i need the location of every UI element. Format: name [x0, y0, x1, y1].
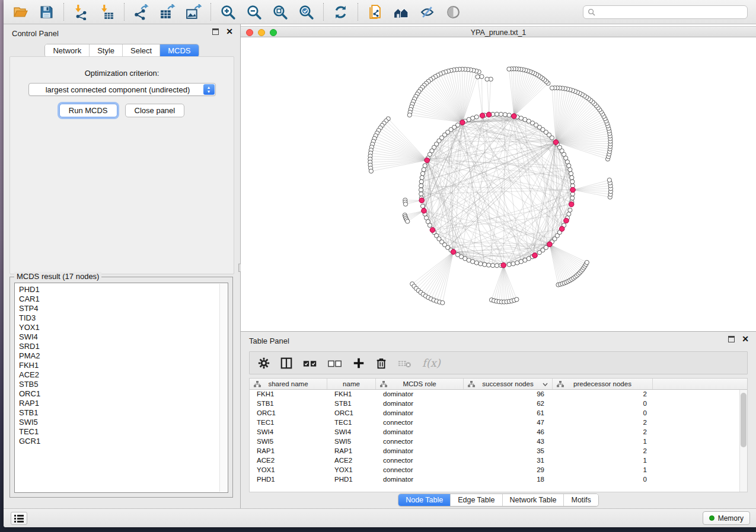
- column-header-name[interactable]: name: [327, 379, 376, 389]
- table-row[interactable]: SWI4SWI4dominator462: [250, 428, 739, 437]
- network-leaf-node[interactable]: [485, 77, 489, 81]
- mcds-node-item[interactable]: ORC1: [19, 389, 228, 399]
- tab-network-table[interactable]: Network Table: [502, 494, 564, 506]
- tab-motifs[interactable]: Motifs: [563, 494, 598, 506]
- close-panel-button[interactable]: Close panel: [125, 104, 185, 117]
- show-columns-icon[interactable]: [280, 356, 293, 370]
- network-node[interactable]: [479, 262, 483, 266]
- table-row[interactable]: YOX1YOX1connector291: [250, 466, 739, 475]
- table-row[interactable]: TEC1TEC1connector472: [250, 418, 739, 428]
- mcds-node-item[interactable]: CAR1: [19, 294, 228, 304]
- memory-button[interactable]: Memory: [703, 511, 750, 525]
- tab-select[interactable]: Select: [122, 44, 160, 57]
- mcds-node-item[interactable]: STP4: [19, 304, 228, 313]
- table-settings-gear-icon[interactable]: [257, 356, 270, 370]
- table-row[interactable]: FKH1FKH1dominator962: [250, 390, 739, 399]
- network-node[interactable]: [419, 192, 423, 196]
- zoom-out-icon[interactable]: [246, 4, 262, 20]
- zoom-fit-icon[interactable]: [272, 4, 288, 20]
- mcds-node-item[interactable]: YOX1: [19, 323, 228, 332]
- network-hub-node-selected[interactable]: [570, 187, 576, 193]
- mcds-node-item[interactable]: GCR1: [19, 437, 228, 446]
- mcds-list-scrollbar[interactable]: [219, 284, 227, 492]
- mcds-node-item[interactable]: FKH1: [19, 361, 228, 370]
- tab-mcds[interactable]: MCDS: [160, 44, 198, 57]
- hide-details-icon[interactable]: [419, 4, 435, 20]
- network-hub-node-selected[interactable]: [532, 253, 538, 258]
- network-node[interactable]: [567, 212, 571, 216]
- network-hub-node-selected[interactable]: [486, 112, 492, 117]
- network-node[interactable]: [422, 168, 426, 172]
- network-node[interactable]: [423, 164, 427, 168]
- network-node[interactable]: [503, 113, 507, 117]
- network-hub-node-selected[interactable]: [564, 218, 569, 223]
- task-history-button[interactable]: [11, 512, 27, 525]
- search-input[interactable]: [598, 7, 743, 17]
- network-leaf-node[interactable]: [515, 297, 519, 302]
- network-hub-node-selected[interactable]: [501, 262, 506, 268]
- network-node[interactable]: [495, 112, 499, 116]
- network-leaf-node[interactable]: [607, 178, 611, 182]
- clear-table-icon[interactable]: [397, 356, 413, 370]
- network-node[interactable]: [507, 113, 511, 117]
- network-node[interactable]: [419, 184, 423, 188]
- network-node[interactable]: [474, 115, 479, 119]
- column-header-mcds-role[interactable]: MCDS role: [376, 379, 464, 389]
- network-hub-node-selected[interactable]: [422, 208, 427, 213]
- network-node[interactable]: [420, 175, 424, 180]
- network-leaf-node[interactable]: [480, 75, 484, 79]
- mcds-node-item[interactable]: SWI4: [19, 332, 228, 342]
- column-header-shared-name[interactable]: shared name: [250, 379, 327, 389]
- mcds-node-item[interactable]: RAP1: [19, 399, 228, 408]
- table-row[interactable]: ACE2ACE2connector311: [250, 456, 739, 466]
- mcds-node-item[interactable]: ACE2: [19, 370, 228, 380]
- zoom-in-icon[interactable]: [220, 4, 236, 20]
- network-node[interactable]: [568, 208, 572, 212]
- tab-style[interactable]: Style: [89, 44, 122, 57]
- network-hub-node-selected[interactable]: [480, 113, 485, 118]
- network-node[interactable]: [419, 180, 423, 184]
- network-from-file-icon[interactable]: [367, 4, 383, 20]
- unselect-all-icon[interactable]: [327, 356, 343, 370]
- mcds-node-item[interactable]: TEC1: [19, 427, 228, 437]
- network-leaf-node[interactable]: [476, 75, 480, 79]
- network-node[interactable]: [511, 262, 515, 266]
- tab-network[interactable]: Network: [45, 44, 89, 57]
- tab-node-table[interactable]: Node Table: [398, 494, 450, 506]
- network-leaf-node[interactable]: [369, 169, 373, 173]
- network-node[interactable]: [570, 180, 575, 184]
- table-scrollbar-thumb[interactable]: [741, 393, 747, 447]
- network-node[interactable]: [483, 262, 487, 267]
- mcds-node-item[interactable]: TID3: [19, 313, 228, 323]
- column-header-successor-nodes[interactable]: successor nodes: [464, 379, 553, 389]
- network-leaf-node[interactable]: [585, 260, 589, 264]
- table-scrollbar[interactable]: [739, 390, 747, 492]
- network-hub-node-selected[interactable]: [419, 198, 425, 203]
- network-hub-node-selected[interactable]: [460, 120, 465, 125]
- search-box[interactable]: [583, 5, 748, 19]
- table-row[interactable]: RAP1RAP1dominator352: [250, 447, 739, 456]
- network-node[interactable]: [519, 116, 523, 120]
- network-node[interactable]: [471, 259, 475, 264]
- run-mcds-button[interactable]: Run MCDS: [59, 104, 117, 117]
- network-leaf-node[interactable]: [550, 86, 554, 90]
- network-leaf-node[interactable]: [406, 219, 410, 223]
- network-view[interactable]: [241, 37, 756, 332]
- network-node[interactable]: [419, 188, 423, 192]
- network-canvas[interactable]: [241, 37, 756, 331]
- network-node[interactable]: [490, 263, 495, 267]
- zoom-selected-icon[interactable]: [298, 4, 314, 20]
- network-node[interactable]: [515, 261, 519, 265]
- table-row[interactable]: PHD1PHD1dominator180: [250, 475, 739, 485]
- network-hub-node-selected[interactable]: [553, 140, 559, 145]
- network-node[interactable]: [420, 204, 425, 208]
- network-leaf-node[interactable]: [403, 202, 407, 206]
- mcds-node-item[interactable]: SRD1: [19, 342, 228, 351]
- chevron-down-icon[interactable]: [543, 383, 548, 386]
- network-node[interactable]: [487, 263, 491, 267]
- network-hub-node-selected[interactable]: [547, 242, 553, 247]
- tab-edge-table[interactable]: Edge Table: [450, 494, 502, 506]
- float-panel-icon[interactable]: [728, 336, 735, 342]
- mcds-node-item[interactable]: STB1: [19, 408, 228, 418]
- import-table-icon[interactable]: [99, 4, 115, 20]
